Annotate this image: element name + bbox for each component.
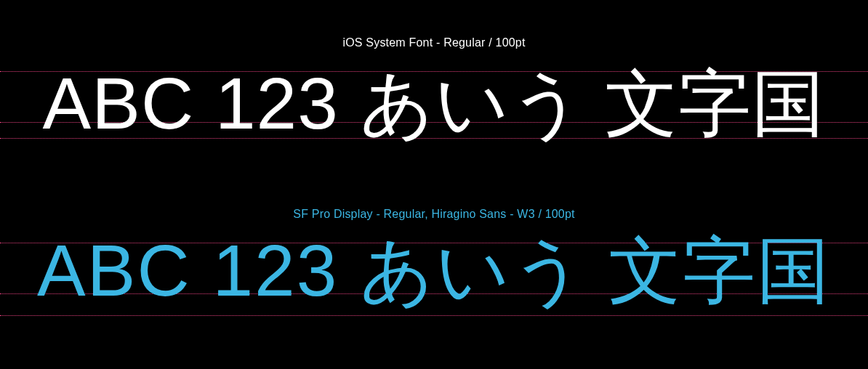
specimen-2-sample-text: ABC 123 あいう 文字国 (0, 234, 868, 307)
specimen-1-sample-area: ABC 123 あいう 文字国 (0, 70, 868, 157)
specimen-2-sample-area: ABC 123 あいう 文字国 (0, 241, 868, 328)
guide-line-descender (0, 315, 868, 316)
font-specimen-1: iOS System Font - Regular / 100pt ABC 12… (0, 0, 868, 157)
specimen-2-label: SF Pro Display - Regular, Hiragino Sans … (0, 208, 868, 221)
specimen-1-sample-text: ABC 123 あいう 文字国 (0, 67, 868, 139)
font-specimen-2: SF Pro Display - Regular, Hiragino Sans … (0, 157, 868, 328)
specimen-1-label: iOS System Font - Regular / 100pt (0, 36, 868, 49)
